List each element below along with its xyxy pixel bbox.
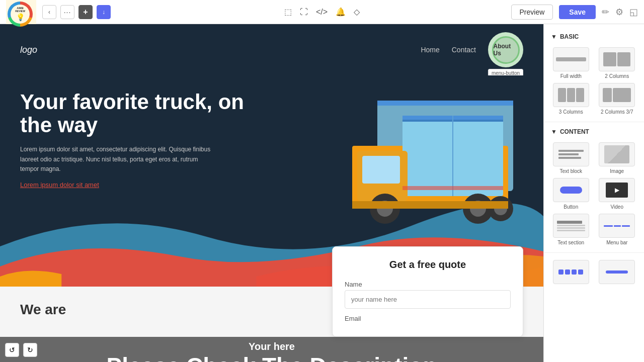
text-section-icon [556, 220, 586, 232]
svg-rect-15 [352, 201, 508, 209]
dots-item[interactable] [550, 260, 592, 284]
text-block-icon [556, 148, 586, 161]
full-width-item[interactable]: Full width [550, 47, 592, 79]
undo-redo-bar: ↺ ↻ [5, 343, 37, 357]
fullscreen-button[interactable]: ⛶ [300, 8, 308, 17]
preview-button[interactable]: Preview [511, 5, 553, 20]
3col-label: 3 Columns [559, 109, 583, 115]
nav-links: Home Contact About Us menu-button [421, 32, 523, 67]
hero-body: Lorem ipsum dolor sit amet, consectetur … [20, 145, 211, 174]
toolbar: AMB REVIEW 💡 ‹ ··· + ↓ ⬚ ⛶ </> 🔔 ◇ Previ… [0, 0, 644, 24]
basic-section-header[interactable]: ▼ BASIC [544, 30, 644, 43]
content-label: CONTENT [560, 128, 589, 135]
sidebar-divider [544, 122, 644, 122]
2col-label: 2 Columns [605, 73, 629, 79]
text-section-item[interactable]: Text section [550, 214, 592, 245]
button-item[interactable]: Button [550, 178, 592, 210]
2col-37-item[interactable]: 2 Columns 3/7 [596, 83, 638, 115]
svg-rect-16 [403, 186, 503, 190]
we-are-text: We are [20, 302, 312, 318]
menu-bar-item[interactable]: Menu bar [596, 214, 638, 245]
layout-icon[interactable]: ◱ [629, 7, 638, 18]
3col-preview [553, 83, 589, 107]
text-block-item[interactable]: Text block [550, 142, 592, 174]
we-are-section: We are [0, 287, 332, 333]
line-item[interactable] [596, 260, 638, 284]
lower-section: We are Get a free quote Name Email [0, 287, 543, 337]
menu-bar-preview [599, 214, 635, 238]
quote-form: Get a free quote Name Email [332, 246, 523, 337]
diamond-button[interactable]: ◇ [354, 7, 360, 17]
3col-item[interactable]: 3 Columns [550, 83, 592, 115]
nav-home[interactable]: Home [421, 46, 439, 54]
svg-rect-1 [377, 101, 513, 106]
content-arrow: ▼ [551, 128, 557, 135]
email-label: Email [345, 315, 511, 322]
save-button[interactable]: Save [559, 5, 596, 19]
content-section-header[interactable]: ▼ CONTENT [544, 125, 644, 138]
toolbar-right: Preview Save ✏ ⚙ ◱ [511, 5, 638, 20]
form-title: Get a free quote [345, 259, 511, 270]
full-width-preview [553, 47, 589, 71]
name-input[interactable] [345, 290, 511, 309]
code-button[interactable]: </> [316, 8, 328, 17]
name-label: Name [345, 281, 511, 288]
edit-icon[interactable]: ✏ [602, 7, 609, 18]
form-row: We are Get a free quote Name Email [0, 287, 543, 337]
2col-37-icon [603, 88, 631, 102]
2col-icon [603, 52, 630, 66]
undo-button[interactable]: ↺ [5, 343, 19, 357]
button-preview [553, 178, 589, 202]
basic-label: BASIC [560, 33, 579, 40]
toolbar-center: ⬚ ⛶ </> 🔔 ◇ [284, 7, 360, 17]
bottom-overlay: Your here Please Check The Description [0, 337, 543, 362]
video-label: Video [611, 204, 623, 210]
full-width-icon [556, 57, 586, 61]
settings-icon[interactable]: ⚙ [615, 7, 623, 18]
nav-contact[interactable]: Contact [452, 46, 476, 54]
line-icon [606, 270, 628, 274]
canvas-area[interactable]: logo Home Contact About Us menu-button [0, 24, 543, 362]
line-preview [599, 260, 635, 284]
image-icon [604, 145, 629, 163]
right-sidebar: ▼ BASIC Full width 2 Columns 3 Column [543, 24, 644, 362]
2col-37-preview [599, 83, 635, 107]
add-button[interactable]: + [78, 5, 93, 19]
basic-grid: Full width 2 Columns 3 Columns 2 Columns… [544, 43, 644, 119]
hero-title: Your favorite truck, on the way [20, 90, 247, 137]
about-nav-container: About Us menu-button [488, 32, 523, 67]
redo-button[interactable]: ↻ [23, 343, 37, 357]
2col-preview [599, 47, 635, 71]
svg-rect-8 [362, 156, 400, 184]
dots-icon [558, 269, 583, 275]
image-label: Image [610, 168, 624, 174]
hero-link[interactable]: Lorem ipsum dolor sit amet [20, 181, 99, 189]
chevron-left-button[interactable]: ‹ [42, 5, 56, 19]
2col-item[interactable]: 2 Columns [596, 47, 638, 79]
app-logo: AMB REVIEW 💡 [6, 0, 36, 24]
text-section-preview [553, 214, 589, 238]
select-tool-button[interactable]: ⬚ [284, 7, 292, 17]
site-logo: logo [20, 45, 37, 55]
about-us-button-inner: About Us [492, 36, 520, 64]
website-preview: logo Home Contact About Us menu-button [0, 24, 543, 337]
download-button[interactable]: ↓ [97, 5, 111, 19]
text-block-label: Text block [560, 168, 582, 174]
content-grid: Text block Image Button ▶ Video [544, 138, 644, 249]
full-width-label: Full width [560, 73, 582, 79]
2col-37-label: 2 Columns 3/7 [601, 109, 633, 115]
video-item[interactable]: ▶ Video [596, 178, 638, 210]
button-label: Button [564, 204, 578, 210]
sidebar-bottom-grid [544, 256, 644, 288]
notifications-button[interactable]: 🔔 [336, 7, 346, 17]
image-item[interactable]: Image [596, 142, 638, 174]
check-desc-text: Please Check The Description [106, 352, 437, 362]
about-us-button[interactable]: About Us [488, 32, 523, 67]
3col-icon [558, 88, 584, 102]
hero-truck [312, 85, 523, 233]
image-preview [599, 142, 635, 166]
your-here-text: Your here [249, 341, 295, 352]
more-options-button[interactable]: ··· [60, 5, 74, 19]
dots-preview [553, 260, 589, 284]
hero-nav: logo Home Contact About Us menu-button [0, 24, 543, 75]
